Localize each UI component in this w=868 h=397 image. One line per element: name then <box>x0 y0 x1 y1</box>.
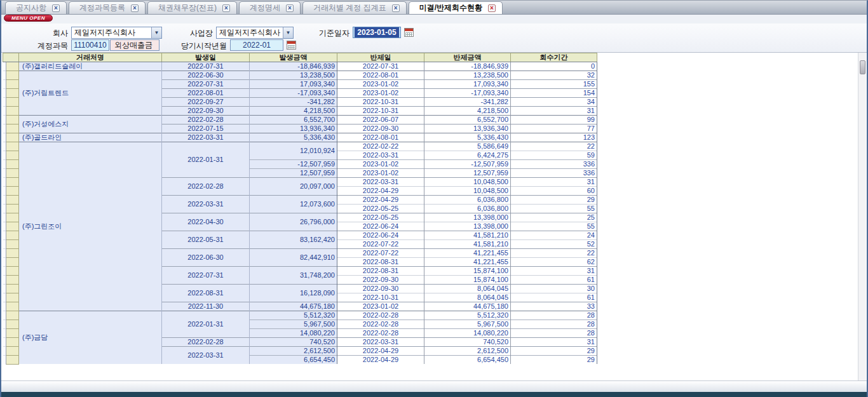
site-select[interactable]: 제일저지주식회사 ▼ <box>216 27 294 39</box>
collection-days-cell[interactable]: 22 <box>511 249 597 258</box>
collection-days-cell[interactable]: 336 <box>511 169 597 178</box>
occurrence-date-cell[interactable]: 2022-07-31 <box>162 80 250 89</box>
settlement-date-cell[interactable]: 2022-02-22 <box>337 142 424 151</box>
occurrence-date-cell[interactable]: 2022-04-30 <box>162 213 250 231</box>
settlement-date-cell[interactable]: 2022-07-22 <box>337 240 424 249</box>
customer-name-cell[interactable]: (주)거성에스지 <box>19 116 162 133</box>
settlement-date-cell[interactable]: 2022-04-29 <box>337 356 424 365</box>
settlement-amount-cell[interactable]: 5,336,430 <box>424 133 511 142</box>
occurrence-amount-cell[interactable]: 31,748,200 <box>250 267 337 285</box>
account-code-input[interactable]: 11100410 <box>71 39 109 51</box>
customer-name-cell[interactable]: (주)골드라인 <box>19 133 162 142</box>
settlement-amount-cell[interactable]: 2,612,500 <box>424 347 511 356</box>
occurrence-date-cell[interactable]: 2022-07-31 <box>162 62 250 71</box>
settlement-date-cell[interactable]: 2022-10-31 <box>337 98 424 107</box>
settlement-amount-cell[interactable]: 17,093,340 <box>424 80 511 89</box>
row-selector[interactable] <box>6 276 19 285</box>
occurrence-amount-cell[interactable]: 12,073,600 <box>250 196 337 213</box>
tab-2[interactable]: 계정과목등록× <box>69 1 146 14</box>
account-name-input[interactable]: 외상매출금 <box>110 39 159 51</box>
settlement-date-cell[interactable]: 2022-05-25 <box>337 205 424 213</box>
settlement-amount-cell[interactable]: 4,218,500 <box>424 107 511 116</box>
settlement-amount-cell[interactable]: 5,586,649 <box>424 142 511 151</box>
row-selector[interactable] <box>6 187 19 196</box>
collection-days-cell[interactable]: 22 <box>511 142 597 151</box>
row-selector[interactable] <box>6 151 19 160</box>
row-selector[interactable] <box>6 293 19 302</box>
collection-days-cell[interactable]: 52 <box>511 240 597 249</box>
tab-close-icon[interactable]: × <box>52 4 60 12</box>
settlement-date-cell[interactable]: 2022-07-31 <box>337 62 424 71</box>
settlement-date-cell[interactable]: 2022-10-31 <box>337 107 424 116</box>
tab-4[interactable]: 계정명세× <box>239 1 301 14</box>
tab-close-icon[interactable]: × <box>488 4 496 12</box>
row-selector[interactable] <box>6 329 19 338</box>
collection-days-cell[interactable]: 29 <box>511 347 597 356</box>
row-selector[interactable] <box>6 71 19 80</box>
collection-days-cell[interactable]: 155 <box>511 80 597 89</box>
occurrence-amount-cell[interactable]: 2,612,500 <box>250 347 337 356</box>
occurrence-amount-cell[interactable]: -17,093,340 <box>250 89 337 98</box>
tab-close-icon[interactable]: × <box>286 4 294 12</box>
settlement-amount-cell[interactable]: 6,654,450 <box>424 356 511 365</box>
settlement-date-cell[interactable]: 2022-08-31 <box>337 267 424 276</box>
occurrence-amount-cell[interactable]: 740,520 <box>250 338 337 347</box>
collection-days-cell[interactable]: 154 <box>511 89 597 98</box>
occurrence-amount-cell[interactable]: 13,936,340 <box>250 124 337 133</box>
occurrence-date-cell[interactable]: 2022-03-31 <box>162 196 250 213</box>
settlement-amount-cell[interactable]: 41,221,455 <box>424 258 511 267</box>
row-selector[interactable] <box>6 240 19 249</box>
settlement-amount-cell[interactable]: 10,048,500 <box>424 187 511 196</box>
row-selector[interactable] <box>6 62 19 71</box>
settlement-amount-cell[interactable]: 740,520 <box>424 338 511 347</box>
customer-name-cell[interactable]: (주)거림트렌드 <box>19 71 162 116</box>
collection-days-cell[interactable]: 55 <box>511 205 597 213</box>
settlement-amount-cell[interactable]: 5,512,320 <box>424 311 511 320</box>
collection-days-cell[interactable]: 62 <box>511 258 597 267</box>
row-selector[interactable] <box>6 89 19 98</box>
settlement-amount-cell[interactable]: 15,874,100 <box>424 267 511 276</box>
settlement-date-cell[interactable]: 2022-02-28 <box>337 311 424 320</box>
occurrence-amount-cell[interactable]: 6,654,450 <box>250 356 337 365</box>
settlement-date-cell[interactable]: 2022-06-24 <box>337 222 424 231</box>
occurrence-amount-cell[interactable]: 20,097,000 <box>250 178 337 196</box>
collection-days-cell[interactable]: 31 <box>511 338 597 347</box>
settlement-date-cell[interactable]: 2022-10-31 <box>337 293 424 302</box>
occurrence-amount-cell[interactable]: 16,128,090 <box>250 285 337 302</box>
settlement-amount-cell[interactable]: 6,552,700 <box>424 116 511 124</box>
collection-days-cell[interactable]: 61 <box>511 276 597 285</box>
row-selector[interactable] <box>6 160 19 169</box>
tab-close-icon[interactable]: × <box>392 4 400 12</box>
settlement-date-cell[interactable]: 2022-09-30 <box>337 124 424 133</box>
occurrence-amount-cell[interactable]: 26,796,000 <box>250 213 337 231</box>
row-selector[interactable] <box>6 178 19 187</box>
period-start-input[interactable]: 2022-01 <box>230 39 283 51</box>
occurrence-date-cell[interactable]: 2022-09-30 <box>162 107 250 116</box>
row-selector[interactable] <box>6 320 19 329</box>
vertical-scrollbar[interactable] <box>858 53 866 380</box>
occurrence-amount-cell[interactable]: 5,336,430 <box>250 133 337 142</box>
settlement-date-cell[interactable]: 2023-01-02 <box>337 80 424 89</box>
row-selector[interactable] <box>6 213 19 222</box>
settlement-amount-cell[interactable]: 15,874,100 <box>424 276 511 285</box>
collection-days-cell[interactable]: 60 <box>511 187 597 196</box>
row-selector[interactable] <box>6 347 19 356</box>
settlement-date-cell[interactable]: 2023-01-02 <box>337 169 424 178</box>
row-selector[interactable] <box>6 80 19 89</box>
collection-days-cell[interactable]: 99 <box>511 116 597 124</box>
tab-6[interactable]: 미결/반제회수현황× <box>409 1 503 14</box>
settlement-date-cell[interactable]: 2022-06-24 <box>337 231 424 240</box>
collection-days-cell[interactable]: 55 <box>511 222 597 231</box>
settlement-amount-cell[interactable]: -341,282 <box>424 98 511 107</box>
occurrence-date-cell[interactable]: 2022-09-27 <box>162 98 250 107</box>
collection-days-cell[interactable]: 30 <box>511 285 597 293</box>
row-selector[interactable] <box>6 311 19 320</box>
row-selector[interactable] <box>6 107 19 116</box>
settlement-date-cell[interactable]: 2022-02-28 <box>337 329 424 338</box>
settlement-date-cell[interactable]: 2022-03-31 <box>337 338 424 347</box>
settlement-amount-cell[interactable]: 41,581,210 <box>424 240 511 249</box>
occurrence-date-cell[interactable]: 2022-07-15 <box>162 124 250 133</box>
occurrence-date-cell[interactable]: 2022-06-30 <box>162 249 250 267</box>
settlement-date-cell[interactable]: 2023-01-02 <box>337 89 424 98</box>
collection-days-cell[interactable]: 31 <box>511 107 597 116</box>
